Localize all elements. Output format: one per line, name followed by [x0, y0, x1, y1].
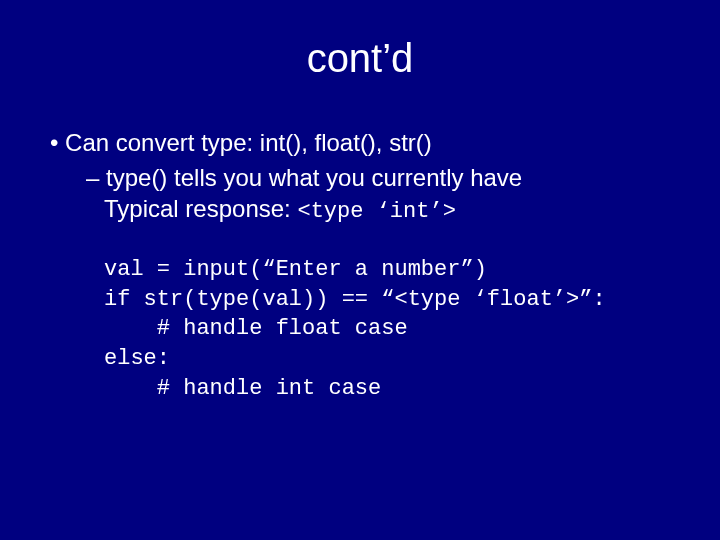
- slide-body: Can convert type: int(), float(), str() …: [0, 127, 720, 403]
- slide-title: cont’d: [0, 0, 720, 123]
- bullet-level-1: Can convert type: int(), float(), str(): [42, 127, 690, 158]
- response-label: Typical response:: [104, 195, 297, 222]
- bullet-level-2: type() tells you what you currently have: [42, 162, 690, 193]
- bullet-level-2-continuation: Typical response: <type ‘int’>: [42, 193, 690, 227]
- response-code: <type ‘int’>: [297, 199, 455, 224]
- code-block: val = input(“Enter a number”) if str(typ…: [42, 255, 690, 403]
- slide: cont’d Can convert type: int(), float(),…: [0, 0, 720, 540]
